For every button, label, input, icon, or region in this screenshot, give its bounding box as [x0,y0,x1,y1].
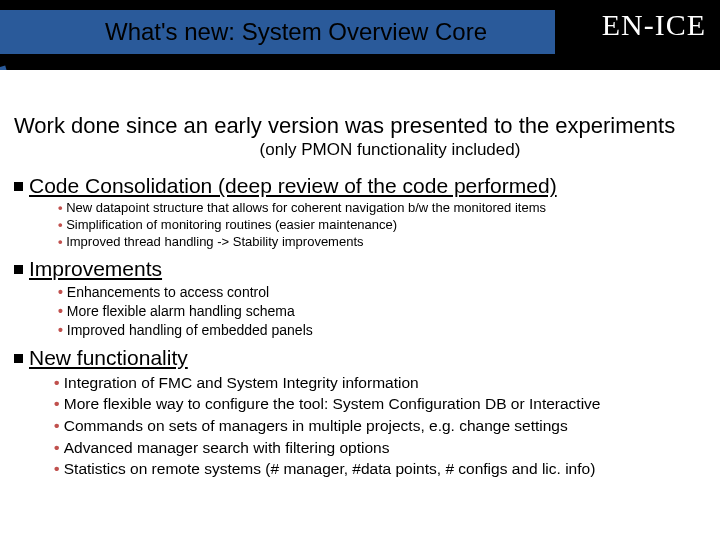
section-improvements: Improvements Enhancements to access cont… [14,257,706,340]
section-title: Code Consolidation (deep review of the c… [29,174,557,197]
slide-header: What's new: System Overview Core EN-ICE [0,0,720,70]
slide-content: Work done since an early version was pre… [0,70,720,480]
section-heading: Code Consolidation (deep review of the c… [14,174,706,198]
brand-label: EN-ICE [602,8,706,42]
intro-line: Work done since an early version was pre… [14,114,706,138]
slide-title: What's new: System Overview Core [105,18,487,46]
list-item: Enhancements to access control [58,283,706,302]
intro-sub: (only PMON functionality included) [14,140,706,160]
list-item: Integration of FMC and System Integrity … [54,372,706,394]
square-bullet-icon [14,265,23,274]
section-heading: New functionality [14,346,706,370]
section-title: Improvements [29,257,162,280]
square-bullet-icon [14,182,23,191]
list-item: New datapoint structure that allows for … [58,200,706,217]
corner-graphic [0,0,95,70]
section-heading: Improvements [14,257,706,281]
list-item: More flexible alarm handling schema [58,302,706,321]
section-code-consolidation: Code Consolidation (deep review of the c… [14,174,706,251]
list-item: More flexible way to configure the tool:… [54,393,706,415]
list-item: Commands on sets of managers in multiple… [54,415,706,437]
list-item: Statistics on remote systems (# manager,… [54,458,706,480]
list-item: Improved thread handling -> Stability im… [58,234,706,251]
list-item: Simplification of monitoring routines (e… [58,217,706,234]
bullet-list: Integration of FMC and System Integrity … [14,372,706,480]
section-title: New functionality [29,346,188,369]
svg-rect-6 [0,65,9,70]
square-bullet-icon [14,354,23,363]
list-item: Improved handling of embedded panels [58,321,706,340]
list-item: Advanced manager search with filtering o… [54,437,706,459]
bullet-list: Enhancements to access control More flex… [14,283,706,340]
section-new-functionality: New functionality Integration of FMC and… [14,346,706,480]
bullet-list: New datapoint structure that allows for … [14,200,706,251]
